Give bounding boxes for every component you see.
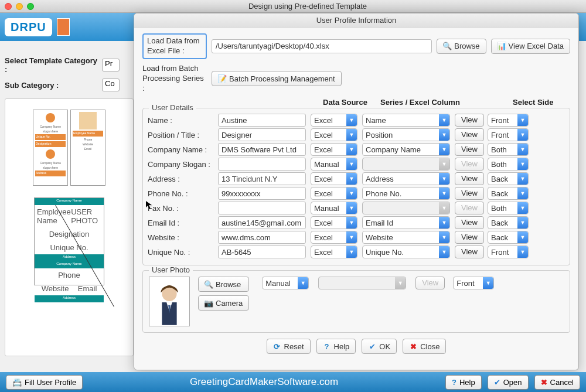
side-dropdown[interactable]: Both▼ [488, 143, 529, 156]
logo: DRPU [5, 18, 52, 36]
view-button[interactable]: View [455, 172, 484, 185]
side-dropdown[interactable]: Front▼ [488, 128, 529, 141]
data-source-dropdown[interactable]: Excel▼ [311, 143, 357, 156]
chevron-down-icon: ▼ [517, 217, 528, 229]
chevron-down-icon: ▼ [346, 202, 357, 214]
side-dropdown[interactable]: Both▼ [488, 202, 529, 214]
check-icon: ✔ [494, 378, 500, 387]
select-side-header: Select Side [513, 98, 557, 107]
minimize-window-icon[interactable] [16, 3, 23, 10]
side-dropdown[interactable]: Back▼ [488, 172, 529, 185]
view-button[interactable]: View [455, 231, 484, 244]
close-window-icon[interactable] [5, 3, 12, 10]
series-dropdown[interactable]: Unique No.▼ [362, 246, 450, 258]
field-value-input[interactable] [218, 187, 306, 200]
side-dropdown[interactable]: Back▼ [488, 187, 529, 200]
field-row: Address :Excel▼Address▼ViewBack▼ [148, 172, 565, 185]
photo-series-dropdown[interactable]: ▼ [318, 277, 406, 289]
field-label: Website : [148, 233, 218, 242]
data-source-dropdown[interactable]: Manual▼ [311, 202, 357, 214]
view-button[interactable]: View [455, 216, 484, 229]
field-row: Email Id :Excel▼Email Id▼ViewBack▼ [148, 216, 565, 229]
series-dropdown[interactable]: ▼ [362, 158, 450, 171]
ok-button[interactable]: ✔OK [362, 339, 397, 354]
chevron-down-icon: ▼ [346, 158, 357, 170]
view-button[interactable]: View [455, 128, 484, 141]
chevron-down-icon: ▼ [346, 114, 357, 126]
data-source-dropdown[interactable]: Excel▼ [311, 216, 357, 229]
field-label: Unique No. : [148, 248, 218, 257]
chevron-down-icon: ▼ [346, 188, 357, 199]
field-value-input[interactable] [218, 114, 306, 127]
chevron-down-icon: ▼ [517, 202, 528, 214]
chevron-down-icon: ▼ [483, 277, 493, 289]
series-dropdown[interactable]: Name▼ [362, 114, 450, 127]
side-dropdown[interactable]: Front▼ [488, 114, 529, 127]
close-button[interactable]: ✖Close [403, 339, 446, 354]
excel-path-input[interactable] [212, 39, 432, 53]
data-source-dropdown[interactable]: Excel▼ [311, 172, 357, 185]
field-value-input[interactable] [218, 158, 306, 171]
search-icon: 🔍 [205, 280, 213, 288]
data-source-dropdown[interactable]: Excel▼ [311, 246, 357, 258]
batch-processing-button[interactable]: 📝 Batch Processing Management [212, 71, 342, 86]
reset-button[interactable]: ⟳Reset [267, 339, 311, 354]
side-dropdown[interactable]: Back▼ [488, 231, 529, 244]
maximize-window-icon[interactable] [27, 3, 34, 10]
photo-camera-button[interactable]: 📷 Camera [198, 295, 249, 311]
chevron-down-icon: ▼ [439, 217, 449, 229]
edit-icon: 📝 [218, 74, 226, 83]
view-button[interactable]: View [455, 246, 484, 258]
browse-excel-button[interactable]: 🔍 Browse [437, 39, 486, 54]
data-source-dropdown[interactable]: Excel▼ [311, 231, 357, 244]
data-source-dropdown[interactable]: Manual▼ [311, 158, 357, 171]
series-dropdown[interactable]: ▼ [362, 202, 450, 214]
view-button[interactable]: View [455, 143, 484, 156]
field-value-input[interactable] [218, 231, 306, 244]
close-icon: ✖ [541, 378, 547, 387]
field-value-input[interactable] [218, 172, 306, 185]
sub-category-dropdown[interactable]: Co [102, 79, 120, 91]
fill-user-profile-button[interactable]: 📇 Fill User Profile [6, 375, 83, 390]
view-button[interactable]: View [455, 114, 484, 127]
header-template-thumb[interactable] [57, 18, 70, 36]
series-dropdown[interactable]: Position▼ [362, 128, 450, 141]
data-source-dropdown[interactable]: Excel▼ [311, 187, 357, 200]
view-excel-data-button[interactable]: 📊 View Excel Data [491, 39, 570, 54]
user-photo-group: User Photo 🔍 Browse 📷 Camera Manual▼ [142, 270, 570, 333]
data-source-dropdown[interactable]: Excel▼ [311, 128, 357, 141]
template-category-dropdown[interactable]: Pr [102, 59, 120, 71]
series-dropdown[interactable]: Address▼ [362, 172, 450, 185]
series-dropdown[interactable]: Phone No.▼ [362, 187, 450, 200]
side-dropdown[interactable]: Both▼ [488, 158, 529, 171]
spreadsheet-icon: 📊 [498, 42, 506, 50]
dialog-help-button[interactable]: ?Help [316, 339, 356, 354]
open-button[interactable]: ✔Open [488, 375, 529, 390]
photo-data-source-dropdown[interactable]: Manual▼ [262, 277, 309, 289]
series-dropdown[interactable]: Email Id▼ [362, 216, 450, 229]
field-value-input[interactable] [218, 202, 306, 214]
field-row: Fax No. :Manual▼▼ViewBoth▼ [148, 202, 565, 214]
series-dropdown[interactable]: Company Name▼ [362, 143, 450, 156]
bottom-help-button[interactable]: ?Help [445, 375, 482, 390]
photo-browse-button[interactable]: 🔍 Browse [198, 277, 249, 292]
side-dropdown[interactable]: Front▼ [488, 246, 529, 258]
field-row: Position / Title :Excel▼Position▼ViewFro… [148, 128, 565, 141]
series-dropdown[interactable]: Website▼ [362, 231, 450, 244]
field-value-input[interactable] [218, 216, 306, 229]
field-value-input[interactable] [218, 128, 306, 141]
view-button[interactable]: View [455, 187, 484, 200]
data-source-dropdown[interactable]: Excel▼ [311, 114, 357, 127]
template-thumb-2[interactable]: Company Name Employee Name USER PHOTO De… [34, 197, 104, 285]
field-label: Fax No. : [148, 204, 218, 213]
field-label: Email Id : [148, 219, 218, 227]
bottom-toolbar: 📇 Fill User Profile GreetingCardMakerSof… [0, 372, 586, 392]
photo-side-dropdown[interactable]: Front▼ [453, 277, 494, 289]
cancel-button[interactable]: ✖Cancel [534, 375, 580, 390]
field-value-input[interactable] [218, 246, 306, 258]
template-thumb-1[interactable]: Company Name slogan here Unique No. Desi… [11, 110, 127, 186]
field-row: Phone No. :Excel▼Phone No.▼ViewBack▼ [148, 187, 565, 200]
field-value-input[interactable] [218, 143, 306, 156]
chevron-down-icon: ▼ [439, 173, 449, 185]
side-dropdown[interactable]: Back▼ [488, 216, 529, 229]
